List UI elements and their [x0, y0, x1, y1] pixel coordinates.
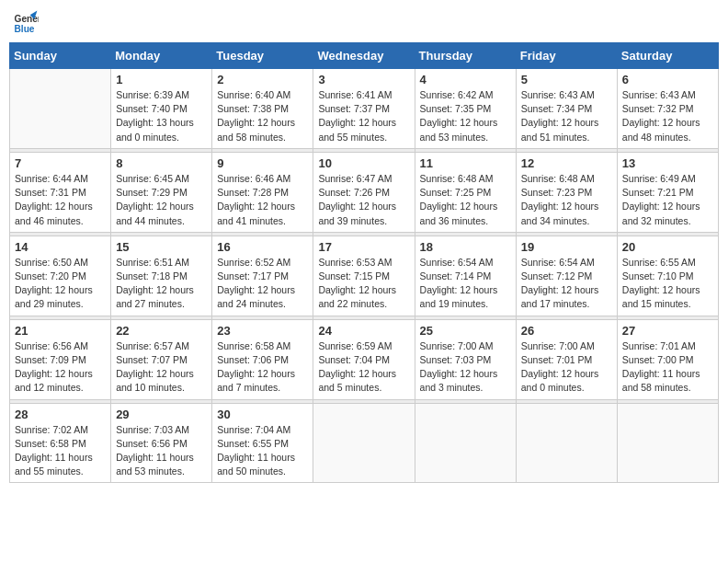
weekday-header-friday: Friday	[516, 43, 617, 69]
day-number: 29	[116, 408, 207, 421]
day-number: 1	[116, 73, 207, 86]
calendar-cell	[617, 403, 718, 483]
weekday-header-saturday: Saturday	[617, 43, 718, 69]
day-info: Sunrise: 6:51 AMSunset: 7:18 PMDaylight:…	[116, 256, 207, 312]
day-number: 25	[420, 324, 511, 338]
day-number: 28	[15, 408, 106, 421]
logo: General Blue	[13, 9, 40, 35]
calendar-cell: 11Sunrise: 6:48 AMSunset: 7:25 PMDayligh…	[415, 152, 516, 232]
calendar-cell: 26Sunrise: 7:00 AMSunset: 7:01 PMDayligh…	[516, 319, 617, 399]
day-info: Sunrise: 6:39 AMSunset: 7:40 PMDaylight:…	[116, 88, 207, 144]
day-number: 19	[521, 240, 612, 254]
calendar-week-row: 28Sunrise: 7:02 AMSunset: 6:58 PMDayligh…	[10, 403, 719, 483]
calendar-cell	[516, 403, 617, 483]
day-info: Sunrise: 7:04 AMSunset: 6:55 PMDaylight:…	[217, 423, 308, 479]
day-info: Sunrise: 6:49 AMSunset: 7:21 PMDaylight:…	[622, 172, 713, 228]
day-info: Sunrise: 6:54 AMSunset: 7:14 PMDaylight:…	[420, 256, 511, 312]
day-number: 23	[217, 324, 308, 338]
day-number: 17	[318, 240, 409, 254]
calendar-cell: 30Sunrise: 7:04 AMSunset: 6:55 PMDayligh…	[212, 403, 313, 483]
day-number: 27	[622, 324, 713, 338]
day-number: 4	[420, 73, 511, 86]
day-number: 11	[420, 156, 511, 170]
calendar-cell: 19Sunrise: 6:54 AMSunset: 7:12 PMDayligh…	[516, 236, 617, 316]
day-number: 16	[217, 240, 308, 254]
calendar-cell: 10Sunrise: 6:47 AMSunset: 7:26 PMDayligh…	[313, 152, 415, 232]
calendar-week-row: 1Sunrise: 6:39 AMSunset: 7:40 PMDaylight…	[10, 69, 719, 149]
calendar-week-row: 21Sunrise: 6:56 AMSunset: 7:09 PMDayligh…	[10, 319, 719, 399]
calendar-cell: 7Sunrise: 6:44 AMSunset: 7:31 PMDaylight…	[10, 152, 111, 232]
calendar-cell	[10, 69, 111, 149]
page-header: General Blue	[9, 9, 719, 35]
calendar-cell: 24Sunrise: 6:59 AMSunset: 7:04 PMDayligh…	[313, 319, 415, 399]
day-info: Sunrise: 6:57 AMSunset: 7:07 PMDaylight:…	[116, 339, 207, 396]
day-number: 10	[318, 156, 409, 170]
calendar-cell: 3Sunrise: 6:41 AMSunset: 7:37 PMDaylight…	[313, 69, 415, 149]
day-info: Sunrise: 6:54 AMSunset: 7:12 PMDaylight:…	[521, 256, 612, 312]
day-number: 15	[116, 240, 207, 254]
day-number: 6	[622, 73, 713, 86]
day-number: 12	[521, 156, 612, 170]
calendar-table: SundayMondayTuesdayWednesdayThursdayFrid…	[9, 42, 719, 483]
day-info: Sunrise: 6:42 AMSunset: 7:35 PMDaylight:…	[420, 88, 511, 144]
day-info: Sunrise: 7:00 AMSunset: 7:03 PMDaylight:…	[420, 339, 511, 396]
calendar-cell: 23Sunrise: 6:58 AMSunset: 7:06 PMDayligh…	[212, 319, 313, 399]
calendar-cell: 1Sunrise: 6:39 AMSunset: 7:40 PMDaylight…	[111, 69, 212, 149]
day-info: Sunrise: 6:58 AMSunset: 7:06 PMDaylight:…	[217, 339, 308, 396]
calendar-cell	[415, 403, 516, 483]
day-number: 13	[622, 156, 713, 170]
day-number: 2	[217, 73, 308, 86]
day-info: Sunrise: 6:53 AMSunset: 7:15 PMDaylight:…	[318, 256, 409, 312]
calendar-header-row: SundayMondayTuesdayWednesdayThursdayFrid…	[10, 43, 719, 69]
day-info: Sunrise: 6:59 AMSunset: 7:04 PMDaylight:…	[318, 339, 409, 396]
day-number: 20	[622, 240, 713, 254]
day-info: Sunrise: 6:52 AMSunset: 7:17 PMDaylight:…	[217, 256, 308, 312]
weekday-header-sunday: Sunday	[10, 43, 111, 69]
day-info: Sunrise: 6:56 AMSunset: 7:09 PMDaylight:…	[15, 339, 106, 396]
day-info: Sunrise: 6:45 AMSunset: 7:29 PMDaylight:…	[116, 172, 207, 228]
calendar-cell: 6Sunrise: 6:43 AMSunset: 7:32 PMDaylight…	[617, 69, 718, 149]
calendar-cell: 21Sunrise: 6:56 AMSunset: 7:09 PMDayligh…	[10, 319, 111, 399]
calendar-cell: 25Sunrise: 7:00 AMSunset: 7:03 PMDayligh…	[415, 319, 516, 399]
day-info: Sunrise: 6:44 AMSunset: 7:31 PMDaylight:…	[15, 172, 106, 228]
calendar-cell: 8Sunrise: 6:45 AMSunset: 7:29 PMDaylight…	[111, 152, 212, 232]
day-info: Sunrise: 7:00 AMSunset: 7:01 PMDaylight:…	[521, 339, 612, 396]
day-number: 22	[116, 324, 207, 338]
calendar-cell: 15Sunrise: 6:51 AMSunset: 7:18 PMDayligh…	[111, 236, 212, 316]
weekday-header-wednesday: Wednesday	[313, 43, 415, 69]
day-info: Sunrise: 7:03 AMSunset: 6:56 PMDaylight:…	[116, 423, 207, 479]
calendar-cell: 14Sunrise: 6:50 AMSunset: 7:20 PMDayligh…	[10, 236, 111, 316]
calendar-cell: 22Sunrise: 6:57 AMSunset: 7:07 PMDayligh…	[111, 319, 212, 399]
day-info: Sunrise: 6:43 AMSunset: 7:34 PMDaylight:…	[521, 88, 612, 144]
day-info: Sunrise: 7:02 AMSunset: 6:58 PMDaylight:…	[15, 423, 106, 479]
calendar-cell: 12Sunrise: 6:48 AMSunset: 7:23 PMDayligh…	[516, 152, 617, 232]
day-number: 3	[318, 73, 409, 86]
day-info: Sunrise: 6:43 AMSunset: 7:32 PMDaylight:…	[622, 88, 713, 144]
calendar-cell: 18Sunrise: 6:54 AMSunset: 7:14 PMDayligh…	[415, 236, 516, 316]
calendar-cell: 28Sunrise: 7:02 AMSunset: 6:58 PMDayligh…	[10, 403, 111, 483]
day-number: 26	[521, 324, 612, 338]
day-info: Sunrise: 6:40 AMSunset: 7:38 PMDaylight:…	[217, 88, 308, 144]
day-info: Sunrise: 7:01 AMSunset: 7:00 PMDaylight:…	[622, 339, 713, 396]
day-info: Sunrise: 6:46 AMSunset: 7:28 PMDaylight:…	[217, 172, 308, 228]
day-info: Sunrise: 6:50 AMSunset: 7:20 PMDaylight:…	[15, 256, 106, 312]
day-number: 24	[318, 324, 409, 338]
calendar-cell	[313, 403, 415, 483]
calendar-cell: 9Sunrise: 6:46 AMSunset: 7:28 PMDaylight…	[212, 152, 313, 232]
day-number: 21	[15, 324, 106, 338]
calendar-cell: 29Sunrise: 7:03 AMSunset: 6:56 PMDayligh…	[111, 403, 212, 483]
calendar-week-row: 7Sunrise: 6:44 AMSunset: 7:31 PMDaylight…	[10, 152, 719, 232]
calendar-cell: 17Sunrise: 6:53 AMSunset: 7:15 PMDayligh…	[313, 236, 415, 316]
calendar-cell: 20Sunrise: 6:55 AMSunset: 7:10 PMDayligh…	[617, 236, 718, 316]
day-info: Sunrise: 6:55 AMSunset: 7:10 PMDaylight:…	[622, 256, 713, 312]
day-number: 8	[116, 156, 207, 170]
calendar-cell: 27Sunrise: 7:01 AMSunset: 7:00 PMDayligh…	[617, 319, 718, 399]
calendar-cell: 4Sunrise: 6:42 AMSunset: 7:35 PMDaylight…	[415, 69, 516, 149]
calendar-week-row: 14Sunrise: 6:50 AMSunset: 7:20 PMDayligh…	[10, 236, 719, 316]
day-number: 9	[217, 156, 308, 170]
day-number: 7	[15, 156, 106, 170]
day-info: Sunrise: 6:48 AMSunset: 7:25 PMDaylight:…	[420, 172, 511, 228]
weekday-header-thursday: Thursday	[415, 43, 516, 69]
calendar-cell: 16Sunrise: 6:52 AMSunset: 7:17 PMDayligh…	[212, 236, 313, 316]
calendar-cell: 2Sunrise: 6:40 AMSunset: 7:38 PMDaylight…	[212, 69, 313, 149]
